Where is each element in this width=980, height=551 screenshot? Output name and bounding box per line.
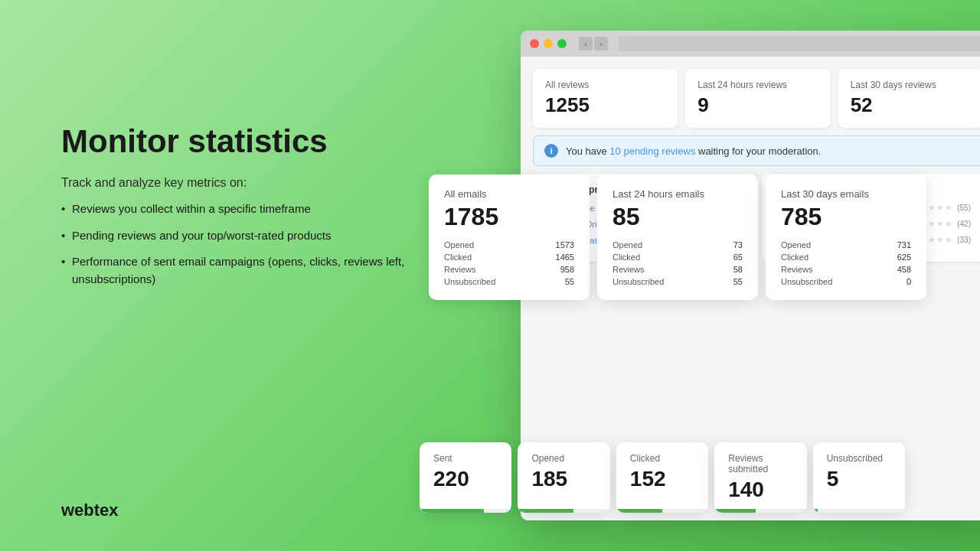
page-title: Monitor statistics [61,122,413,161]
sent-progress-fill [420,509,484,513]
unsub-val: 55 [565,277,574,286]
30d-emails-metrics: Opened 731 Clicked 625 Reviews 458 Unsub… [781,240,911,286]
clicked-label: Clicked [630,453,694,464]
24h-reviews-label: Last 24 hours reviews [697,80,818,90]
clicked-value: 152 [630,467,694,491]
unsub-label: Unsubscribed [444,277,495,286]
30d-reviews-label: Last 30 days reviews [851,80,971,90]
worst-count-3: (33) [957,236,971,244]
metric-clicked: Clicked 1465 [444,253,574,262]
forward-arrow[interactable]: › [594,37,608,51]
opened-label: Opened [444,240,474,249]
unsubscribed-value: 5 [827,467,891,491]
brand-logo: webtex [61,500,119,520]
reviews-submitted-stat: Reviews submitted 140 [714,442,806,513]
bullet-item-2: Pending reviews and your top/worst-rated… [61,227,413,245]
reviews-submitted-progress-strip [714,509,806,513]
opened-val: 1573 [556,240,574,249]
30d-emails-title: Last 30 days emails [781,188,911,200]
top-stats-row: All reviews 1255 Last 24 hours reviews 9… [533,69,980,128]
clicked-label: Clicked [444,253,472,262]
reviews-submitted-progress-fill [714,509,756,513]
clicked-progress-fill [616,509,662,513]
clicked-val: 1465 [556,253,574,262]
opened-progress-strip [518,509,609,513]
unsubscribed-stat: Unsubscribed 5 [813,442,905,513]
all-emails-title: All emails [444,188,574,200]
opened-value: 185 [531,467,596,491]
floating-email-cards: All emails 1785 Opened 1573 Clicked 1465… [429,174,926,300]
info-text: You have 10 pending reviews waiting for … [566,145,821,157]
bullet-item-1: Reviews you collect within a specific ti… [61,201,413,218]
metric-reviews: Reviews 958 [444,265,574,274]
opened-progress-fill [518,509,573,513]
address-bar[interactable] [619,36,980,51]
traffic-light-red[interactable] [530,39,539,48]
worst-count-2: (42) [957,220,971,228]
opened-label: Opened [531,453,596,464]
metric-opened: Opened 1573 [444,240,574,249]
reviews-submitted-label: Reviews submitted [728,453,792,474]
24h-emails-value: 85 [612,203,743,231]
reviews-label: Reviews [444,265,476,274]
subtitle: Track and analyze key metrics on: [61,176,413,190]
all-emails-metrics: Opened 1573 Clicked 1465 Reviews 958 Uns… [444,240,574,286]
24h-emails-title: Last 24 hours emails [612,188,743,200]
30d-reviews-value: 52 [851,93,971,117]
opened-stat: Opened 185 [518,442,609,513]
sent-progress-strip [420,509,511,513]
browser-titlebar: ‹ › [521,31,980,57]
metric-unsubscribed: Unsubscribed 55 [444,277,574,286]
all-reviews-label: All reviews [545,80,665,90]
left-panel: Monitor statistics Track and analyze key… [61,122,413,297]
clicked-stat: Clicked 152 [616,442,708,513]
all-emails-card: All emails 1785 Opened 1573 Clicked 1465… [429,174,590,300]
info-banner: i You have 10 pending reviews waiting fo… [533,135,980,166]
stat-card-30d-reviews: Last 30 days reviews 52 [838,69,980,128]
reviews-submitted-value: 140 [728,478,792,502]
bullet-item-3: Performance of sent email campaigns (ope… [61,253,413,288]
sent-value: 220 [433,467,498,491]
sent-stat: Sent 220 [420,442,511,513]
unsubscribed-progress-strip [813,509,905,513]
back-arrow[interactable]: ‹ [579,37,593,51]
clicked-progress-strip [616,509,708,513]
reviews-val: 958 [560,265,574,274]
worst-count-1: (55) [957,204,971,212]
bullet-list: Reviews you collect within a specific ti… [61,201,413,288]
sent-label: Sent [433,453,498,464]
all-emails-value: 1785 [444,203,574,231]
stat-card-24h-reviews: Last 24 hours reviews 9 [685,69,830,128]
24h-reviews-value: 9 [697,93,818,117]
24h-emails-metrics: Opened 73 Clicked 65 Reviews 58 Unsubscr… [612,240,743,286]
unsubscribed-progress-fill [813,509,818,513]
nav-arrows: ‹ › [579,37,608,51]
all-reviews-value: 1255 [545,93,665,117]
stat-card-all-reviews: All reviews 1255 [533,69,678,128]
30d-emails-card: Last 30 days emails 785 Opened 731 Click… [766,174,926,300]
traffic-light-yellow[interactable] [544,39,553,48]
unsubscribed-label: Unsubscribed [827,453,891,464]
traffic-light-green[interactable] [557,39,567,48]
30d-emails-value: 785 [781,203,911,231]
info-icon: i [544,144,558,158]
floating-bottom-stats: Sent 220 Opened 185 Clicked 152 Reviews … [420,442,905,513]
24h-emails-card: Last 24 hours emails 85 Opened 73 Clicke… [597,174,758,300]
pending-reviews-link[interactable]: 10 pending reviews [609,145,695,157]
